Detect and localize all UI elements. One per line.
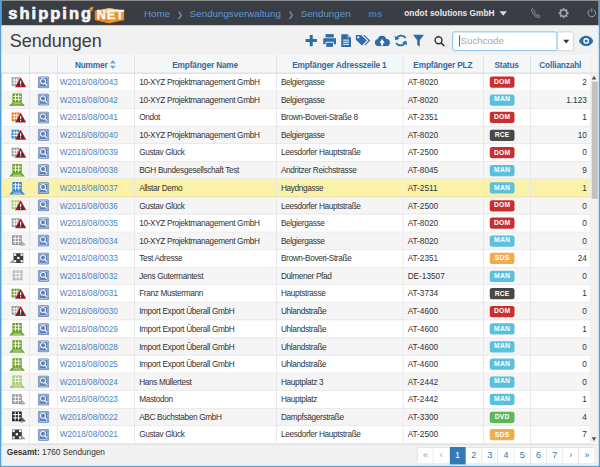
svg-text:shipping: shipping	[8, 4, 93, 22]
svg-text:NET: NET	[97, 7, 125, 22]
